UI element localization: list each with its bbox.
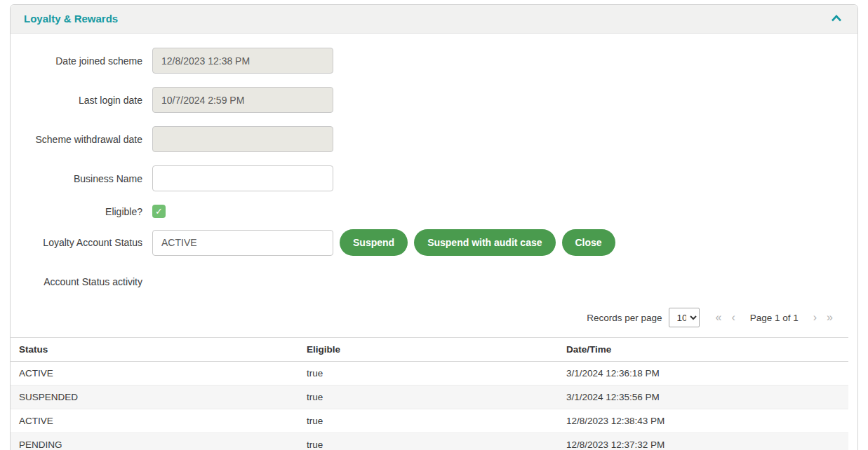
panel-header: Loyalty & Rewards xyxy=(11,5,857,34)
cell-status: ACTIVE xyxy=(11,409,298,433)
field-row-date-joined: Date joined scheme xyxy=(29,48,857,74)
collapse-panel-button[interactable] xyxy=(829,12,843,25)
date-joined-input xyxy=(152,48,333,74)
table-row: PENDING true 12/8/2023 12:37:32 PM xyxy=(11,433,848,450)
previous-page-button[interactable]: ‹ xyxy=(726,312,740,323)
business-name-label: Business Name xyxy=(29,173,142,184)
panel-body: Date joined scheme Last login date Schem… xyxy=(11,34,857,450)
cell-status: SUSPENDED xyxy=(11,386,298,409)
business-name-input[interactable] xyxy=(152,165,333,191)
records-per-page-label: Records per page xyxy=(587,313,662,323)
cell-eligible: true xyxy=(298,433,558,450)
cell-datetime: 3/1/2024 12:36:18 PM xyxy=(558,362,848,386)
account-status-activity-label: Account Status activity xyxy=(29,276,142,287)
field-row-withdrawal-date: Scheme withdrawal date xyxy=(29,126,857,152)
cell-datetime: 3/1/2024 12:35:56 PM xyxy=(558,386,848,409)
first-page-button[interactable]: « xyxy=(710,312,726,323)
table-row: SUSPENDED true 3/1/2024 12:35:56 PM xyxy=(11,386,848,409)
field-row-business-name: Business Name xyxy=(29,165,857,191)
cell-status: PENDING xyxy=(11,433,298,450)
eligible-checkbox[interactable]: ✓ xyxy=(152,205,166,218)
close-button[interactable]: Close xyxy=(562,229,615,256)
table-header-row: Status Eligible Date/Time xyxy=(11,338,848,362)
withdrawal-date-input xyxy=(152,126,333,152)
cell-eligible: true xyxy=(298,386,558,409)
cell-eligible: true xyxy=(298,409,558,433)
last-login-label: Last login date xyxy=(29,95,142,106)
pagination-bar: Records per page 10 « ‹ Page 1 of 1 › » xyxy=(11,308,838,327)
field-row-last-login: Last login date xyxy=(29,87,857,113)
column-header-status: Status xyxy=(11,338,298,362)
cell-status: ACTIVE xyxy=(11,362,298,386)
field-row-eligible: Eligible? ✓ xyxy=(29,205,857,218)
check-icon: ✓ xyxy=(155,207,163,216)
eligible-label: Eligible? xyxy=(29,206,142,217)
date-joined-label: Date joined scheme xyxy=(29,55,142,67)
cell-datetime: 12/8/2023 12:37:32 PM xyxy=(558,433,848,450)
field-row-account-status: Loyalty Account Status Suspend Suspend w… xyxy=(29,229,857,256)
last-login-input xyxy=(152,87,333,113)
table-row: ACTIVE true 12/8/2023 12:38:43 PM xyxy=(11,409,848,433)
table-row: ACTIVE true 3/1/2024 12:36:18 PM xyxy=(11,362,848,386)
loyalty-rewards-panel: Loyalty & Rewards Date joined scheme Las… xyxy=(10,4,858,450)
cell-eligible: true xyxy=(298,362,558,386)
chevron-up-icon xyxy=(831,13,842,24)
records-per-page-select[interactable]: 10 xyxy=(669,308,700,327)
suspend-button[interactable]: Suspend xyxy=(340,229,408,256)
column-header-eligible: Eligible xyxy=(298,338,558,362)
suspend-with-audit-case-button[interactable]: Suspend with audit case xyxy=(414,229,555,256)
panel-title: Loyalty & Rewards xyxy=(24,13,118,25)
next-page-button[interactable]: › xyxy=(808,312,822,323)
account-status-table: Status Eligible Date/Time ACTIVE true 3/… xyxy=(11,337,848,450)
page-indicator: Page 1 of 1 xyxy=(750,313,799,323)
column-header-datetime: Date/Time xyxy=(558,338,848,362)
last-page-button[interactable]: » xyxy=(822,312,838,323)
field-row-activity: Account Status activity xyxy=(29,276,857,287)
withdrawal-date-label: Scheme withdrawal date xyxy=(29,134,142,145)
account-status-input[interactable] xyxy=(152,230,333,256)
account-status-label: Loyalty Account Status xyxy=(29,237,142,248)
cell-datetime: 12/8/2023 12:38:43 PM xyxy=(558,409,848,433)
